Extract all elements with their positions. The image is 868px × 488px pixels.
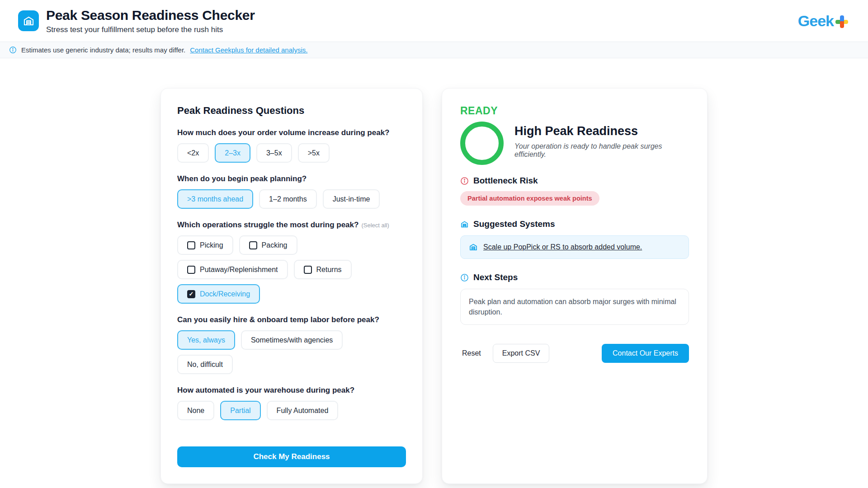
check-readiness-button[interactable]: Check My Readiness	[177, 446, 406, 467]
readiness-description: Your operation is ready to handle peak s…	[514, 142, 689, 159]
geekplus-logo-text: Geek	[798, 12, 834, 30]
checkbox-unchecked-icon	[304, 266, 312, 274]
checkbox-unchecked-icon	[187, 266, 195, 274]
contact-geekplus-link[interactable]: Contact Geekplus for detailed analysis.	[190, 46, 307, 54]
question-automation-label: How automated is your warehouse during p…	[177, 386, 406, 395]
disclaimer-text: Estimates use generic industry data; res…	[21, 46, 185, 54]
result-actions: Reset Export CSV Contact Our Experts	[460, 344, 689, 363]
next-steps-heading: Next Steps	[460, 272, 689, 282]
result-card: READY High Peak Readiness Your operation…	[442, 88, 708, 484]
next-steps-section: Next Steps Peak plan and automation can …	[460, 272, 689, 325]
volume-option-gt5x[interactable]: >5x	[298, 143, 330, 163]
next-steps-text: Peak plan and automation can absorb majo…	[460, 289, 689, 325]
page-subtitle: Stress test your fulfillment setup befor…	[46, 25, 255, 34]
automation-option-partial[interactable]: Partial	[220, 401, 260, 420]
automation-option-fully-automated[interactable]: Fully Automated	[267, 401, 339, 420]
operations-option-dock-receiving[interactable]: ✓ Dock/Receiving	[177, 284, 260, 304]
question-operations: Which operations struggle the most durin…	[177, 221, 406, 304]
score-text-block: High Peak Readiness Your operation is re…	[514, 122, 689, 165]
suggested-systems-section: Suggested Systems Scale up PopPick or RS…	[460, 219, 689, 259]
labor-option-yes-always[interactable]: Yes, always	[177, 330, 235, 350]
score-row: High Peak Readiness Your operation is re…	[460, 122, 689, 165]
geekplus-plus-icon	[835, 15, 848, 28]
question-planning: When do you begin peak planning? >3 mont…	[177, 174, 406, 209]
contact-experts-button[interactable]: Contact Our Experts	[602, 344, 689, 363]
brand: Peak Season Readiness Checker Stress tes…	[18, 8, 255, 34]
suggested-systems-heading: Suggested Systems	[460, 219, 689, 229]
question-volume-label: How much does your order volume increase…	[177, 128, 406, 137]
warehouse-icon	[460, 220, 469, 229]
checkbox-unchecked-icon	[187, 241, 195, 249]
reset-button[interactable]: Reset	[460, 345, 483, 362]
checkbox-checked-icon: ✓	[187, 290, 195, 298]
volume-option-3-5x[interactable]: 3–5x	[256, 143, 292, 163]
volume-option-lt2x[interactable]: <2x	[177, 143, 209, 163]
question-planning-label: When do you begin peak planning?	[177, 174, 406, 183]
readiness-ring	[460, 122, 504, 165]
bottleneck-heading: Bottleneck Risk	[460, 176, 689, 186]
question-labor-label: Can you easily hire & onboard temp labor…	[177, 315, 406, 324]
info-icon	[9, 46, 17, 54]
system-suggestion-box: Scale up PopPick or RS to absorb added v…	[460, 235, 689, 259]
volume-option-2-3x[interactable]: 2–3x	[215, 143, 250, 163]
operations-option-picking[interactable]: Picking	[177, 235, 233, 255]
question-labor: Can you easily hire & onboard temp labor…	[177, 315, 406, 374]
readiness-title: High Peak Readiness	[514, 124, 689, 138]
export-csv-button[interactable]: Export CSV	[493, 344, 550, 363]
labor-option-no-difficult[interactable]: No, difficult	[177, 355, 233, 374]
main-content: Peak Readiness Questions How much does y…	[0, 88, 868, 484]
info-icon	[460, 273, 469, 282]
risk-badge: Partial automation exposes weak points	[460, 191, 599, 206]
geekplus-logo: Geek	[798, 12, 848, 30]
page-title: Peak Season Readiness Checker	[46, 8, 255, 23]
warehouse-icon	[469, 243, 478, 252]
question-operations-label: Which operations struggle the most durin…	[177, 221, 406, 230]
select-all-hint: (Select all)	[361, 222, 389, 229]
question-automation: How automated is your warehouse during p…	[177, 386, 406, 420]
alert-info-icon	[460, 177, 469, 185]
header: Peak Season Readiness Checker Stress tes…	[0, 0, 868, 42]
planning-option-1-2-months[interactable]: 1–2 months	[259, 189, 317, 209]
operations-option-putaway[interactable]: Putaway/Replenishment	[177, 260, 288, 279]
automation-option-none[interactable]: None	[177, 401, 214, 420]
planning-option-3-months[interactable]: >3 months ahead	[177, 189, 253, 209]
questions-card-title: Peak Readiness Questions	[177, 105, 406, 117]
warehouse-app-icon	[18, 10, 39, 31]
labor-option-sometimes[interactable]: Sometimes/with agencies	[241, 330, 343, 350]
status-badge: READY	[460, 105, 689, 117]
question-volume: How much does your order volume increase…	[177, 128, 406, 163]
planning-option-just-in-time[interactable]: Just-in-time	[323, 189, 380, 209]
questions-card: Peak Readiness Questions How much does y…	[160, 88, 423, 484]
bottleneck-section: Bottleneck Risk Partial automation expos…	[460, 176, 689, 206]
system-suggestion-link[interactable]: Scale up PopPick or RS to absorb added v…	[483, 243, 642, 251]
checkbox-unchecked-icon	[249, 241, 257, 249]
operations-option-returns[interactable]: Returns	[294, 260, 352, 279]
title-block: Peak Season Readiness Checker Stress tes…	[46, 8, 255, 34]
disclaimer-bar: Estimates use generic industry data; res…	[0, 42, 868, 58]
operations-option-packing[interactable]: Packing	[239, 235, 297, 255]
